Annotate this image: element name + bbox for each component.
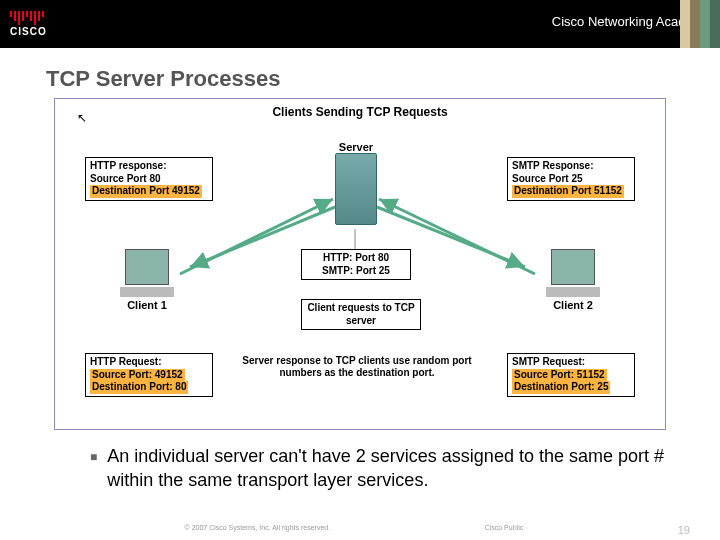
cursor-icon: ↖ xyxy=(77,111,87,125)
label: Source Port: 51152 xyxy=(512,369,607,382)
label: HTTP: Port 80 xyxy=(306,252,406,265)
client1-label: Client 1 xyxy=(117,299,177,311)
diagram-title: Clients Sending TCP Requests xyxy=(55,105,665,119)
bullet-point: ■ An individual server can't have 2 serv… xyxy=(90,444,720,493)
copyright: © 2007 Cisco Systems, Inc. All rights re… xyxy=(185,524,331,536)
diagram-frame: ↖ Clients Sending TCP Requests Server HT… xyxy=(54,98,666,430)
label: HTTP Request: xyxy=(90,356,208,369)
label: Source Port: 49152 xyxy=(90,369,185,382)
client2-graphic: Client 2 xyxy=(543,249,603,311)
page-number: 19 xyxy=(678,524,690,536)
smtp-response-box: SMTP Response: Source Port 25 Destinatio… xyxy=(507,157,635,201)
bullet-text: An individual server can't have 2 servic… xyxy=(107,444,680,493)
server-graphic: Server xyxy=(335,141,377,225)
footer-label: Cisco Public xyxy=(485,524,524,536)
label: Destination Port: 25 xyxy=(512,381,610,394)
label: Destination Port 51152 xyxy=(512,185,624,198)
slide-title: TCP Server Processes xyxy=(46,66,720,92)
destination-note: Server response to TCP clients use rando… xyxy=(239,355,475,379)
smtp-request-box: SMTP Request: Source Port: 51152 Destina… xyxy=(507,353,635,397)
label: SMTP Response: xyxy=(512,160,630,173)
header-accent xyxy=(680,0,720,48)
http-request-box: HTTP Request: Source Port: 49152 Destina… xyxy=(85,353,213,397)
label: Source Port 25 xyxy=(512,173,630,186)
brand-text: CISCO xyxy=(10,26,47,37)
server-label: Server xyxy=(335,141,377,153)
client2-label: Client 2 xyxy=(543,299,603,311)
server-ports-box: HTTP: Port 80 SMTP: Port 25 xyxy=(301,249,411,280)
client1-graphic: Client 1 xyxy=(117,249,177,311)
label: Destination Port 49152 xyxy=(90,185,202,198)
label: SMTP Request: xyxy=(512,356,630,369)
label: Destination Port: 80 xyxy=(90,381,188,394)
footer: © 2007 Cisco Systems, Inc. All rights re… xyxy=(0,524,720,536)
header-bar: CISCO Cisco Networking Academy xyxy=(0,0,720,48)
client-requests-box: Client requests to TCP server xyxy=(301,299,421,330)
cisco-logo: CISCO xyxy=(10,11,47,37)
label: HTTP response: xyxy=(90,160,208,173)
label: Source Port 80 xyxy=(90,173,208,186)
http-response-box: HTTP response: Source Port 80 Destinatio… xyxy=(85,157,213,201)
bullet-icon: ■ xyxy=(90,449,97,493)
label: SMTP: Port 25 xyxy=(306,265,406,278)
